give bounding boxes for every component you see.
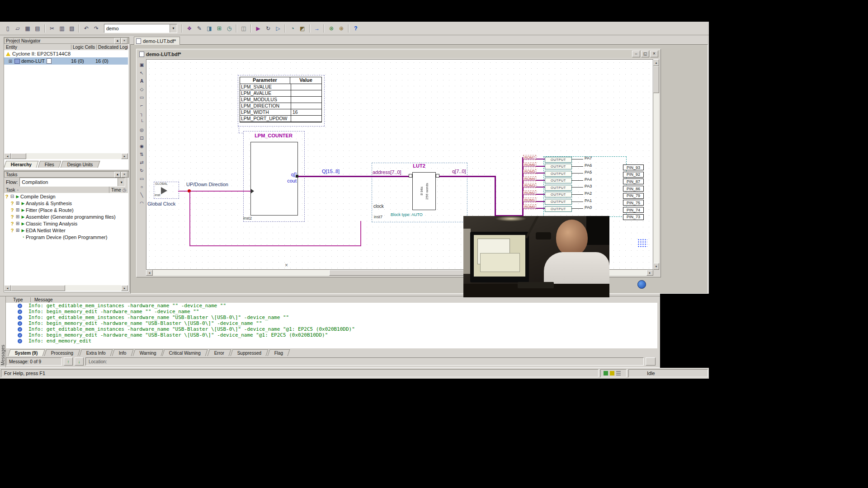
- collapse-panel-icon[interactable]: ▴: [114, 172, 121, 178]
- message-row[interactable]: i Info: get_editable_mem_instances -hard…: [6, 326, 657, 332]
- line-tool-icon[interactable]: ╲: [138, 191, 146, 199]
- task-row[interactable]: ? ⊞ ▶ Assembler (Generate programming fi…: [4, 213, 128, 220]
- message-text[interactable]: Info: get_editable_mem_instances -hardwa…: [28, 303, 226, 309]
- wire-clock-vertical[interactable]: [189, 192, 190, 246]
- scroll-down-icon[interactable]: ▾: [653, 263, 659, 270]
- lut-output-bus-label[interactable]: q[7..0]: [452, 169, 466, 174]
- flip-vertical-icon[interactable]: ⇅: [138, 150, 146, 158]
- column-task[interactable]: Task: [4, 188, 15, 192]
- column-time[interactable]: Time◷: [109, 187, 127, 193]
- task-run-icon[interactable]: ▶: [20, 221, 26, 226]
- task-row[interactable]: ? ⊞ ▶ Classic Timing Analysis: [4, 220, 128, 227]
- zoom-tool-icon[interactable]: ◎: [138, 126, 146, 134]
- output-pin-symbol[interactable]: OUTPUT: [545, 192, 572, 197]
- timing-analyzer-icon[interactable]: ◷: [225, 24, 234, 33]
- scroll-left-icon[interactable]: ◂: [4, 153, 11, 159]
- symbol-tool-icon[interactable]: ◇: [138, 85, 146, 93]
- message-filter-tab[interactable]: Processing: [44, 349, 80, 356]
- param-row[interactable]: LPM_DIRECTION: [240, 103, 321, 109]
- task-label[interactable]: Fitter (Place & Route): [26, 207, 74, 213]
- rom-net-label[interactable]: ROM5: [523, 169, 536, 174]
- message-filter-tab[interactable]: Suppressed: [230, 349, 268, 356]
- global-buffer-label[interactable]: GLOBAL: [155, 182, 168, 185]
- text-tool-icon[interactable]: A: [138, 77, 146, 85]
- output-pin-symbol[interactable]: OUTPUT: [545, 157, 572, 163]
- output-pin-symbol[interactable]: OUTPUT: [545, 164, 572, 169]
- pin-location-box[interactable]: PIN_74: [623, 207, 644, 213]
- pin-location-box[interactable]: PIN_73: [623, 214, 644, 220]
- counter-port-q[interactable]: q[]: [282, 172, 297, 177]
- param-row[interactable]: LPM_MODULUS: [240, 97, 321, 103]
- navigator-h-scrollbar[interactable]: ◂ ▸: [4, 153, 128, 159]
- param-name[interactable]: LPM_WIDTH: [240, 109, 291, 115]
- output-pin-symbol[interactable]: OUTPUT: [545, 185, 572, 191]
- tasks-tree[interactable]: ? ⊟ ▶ Compile Design ? ⊞ ▶ Analysis & Sy…: [4, 193, 128, 280]
- settings-icon[interactable]: ✎: [195, 24, 204, 33]
- full-screen-icon[interactable]: ⊡: [138, 134, 146, 142]
- collapse-panel-icon[interactable]: ▴: [114, 38, 121, 44]
- task-row[interactable]: ? ⊞ ▶ EDA Netlist Writer: [4, 227, 128, 234]
- bus-counter-to-lut[interactable]: [298, 176, 371, 177]
- lut-title[interactable]: LUT2: [372, 163, 467, 169]
- bus-lut-address[interactable]: [371, 176, 410, 177]
- arc-tool-icon[interactable]: ◠: [138, 199, 146, 207]
- assignments-icon[interactable]: ❖: [185, 24, 194, 33]
- task-run-icon[interactable]: ▶: [20, 201, 26, 206]
- rom-net-label[interactable]: ROM1: [523, 197, 536, 202]
- pin-location-box[interactable]: PIN_86: [623, 186, 644, 192]
- tab-hierarchy[interactable]: Hierarchy: [4, 161, 39, 168]
- global-instance-label[interactable]: inst: [155, 193, 160, 197]
- tree-expand-icon[interactable]: ⊞: [15, 201, 20, 206]
- messages-list[interactable]: i Info: get_editable_mem_instances -hard…: [6, 303, 657, 348]
- scrollbar-thumb[interactable]: [11, 285, 65, 291]
- column-entity[interactable]: Entity: [4, 45, 71, 50]
- message-row[interactable]: i Info: end_memory_edit: [6, 338, 657, 344]
- parameter-table[interactable]: Parameter Value LPM_SVALUE LPM_AVALUE LP…: [240, 77, 322, 122]
- param-value[interactable]: [291, 84, 321, 90]
- param-row[interactable]: LPM_WIDTH 16: [240, 109, 321, 116]
- entity-row-selected[interactable]: ⊞ demo-LUT 16 (0) 16 (0): [4, 57, 128, 65]
- message-filter-tab[interactable]: Info: [112, 349, 133, 356]
- counter-title[interactable]: LPM_COUNTER: [244, 133, 303, 138]
- project-name-combo[interactable]: demo ▾: [104, 24, 177, 33]
- scrollbar-thumb[interactable]: [653, 66, 659, 93]
- param-name[interactable]: LPM_DIRECTION: [240, 103, 291, 109]
- pin-location-box[interactable]: PIN_93: [623, 164, 644, 170]
- next-message-button[interactable]: ↓: [75, 357, 84, 366]
- message-filter-tab[interactable]: Error: [207, 349, 231, 356]
- task-label[interactable]: Assembler (Generate programming files): [26, 214, 116, 220]
- message-filter-tab[interactable]: Critical Warning: [162, 349, 208, 356]
- column-message[interactable]: Message: [30, 297, 53, 302]
- scroll-right-icon[interactable]: ▸: [646, 270, 653, 276]
- param-value[interactable]: 16: [291, 109, 321, 115]
- pin-name-label[interactable]: PA0: [585, 205, 592, 210]
- wire-clock-horizontal[interactable]: [189, 245, 361, 246]
- task-run-icon[interactable]: ◔: [20, 235, 26, 239]
- rom-net-label[interactable]: ROM3: [523, 183, 536, 188]
- tree-expand-icon[interactable]: ⊞: [8, 59, 13, 64]
- scroll-right-icon[interactable]: ▸: [121, 285, 128, 291]
- pin-name-label[interactable]: PA4: [585, 177, 592, 182]
- tab-design-units[interactable]: Design Units: [61, 161, 100, 168]
- convert-programming-files-icon[interactable]: ⊕: [337, 24, 346, 33]
- cut-icon[interactable]: ✂: [47, 24, 57, 33]
- close-icon[interactable]: ×: [650, 51, 658, 57]
- globe-icon[interactable]: [637, 280, 646, 289]
- scrollbar-thumb[interactable]: [11, 153, 26, 159]
- flip-horizontal-icon[interactable]: ⇄: [138, 159, 146, 166]
- rom-net-label[interactable]: ROM0: [523, 204, 536, 209]
- rom-net-label[interactable]: ROM2: [523, 190, 536, 195]
- lut-memory-symbol[interactable]: 8 bits 256 words: [412, 172, 436, 210]
- task-run-icon[interactable]: ▶: [20, 215, 26, 219]
- scroll-left-icon[interactable]: ◂: [4, 285, 11, 291]
- wire-clock-riser[interactable]: [360, 221, 361, 246]
- compilation-report-icon[interactable]: ◔: [288, 24, 297, 33]
- canvas-v-scrollbar[interactable]: ▴ ▾: [653, 59, 659, 270]
- param-name[interactable]: LPM_AVALUE: [240, 90, 291, 96]
- output-pin-symbol[interactable]: OUTPUT: [545, 206, 572, 212]
- pin-name-label[interactable]: PA7: [585, 156, 592, 160]
- pin-planner-icon[interactable]: ⊞: [215, 24, 224, 33]
- lut-address-label[interactable]: address[7..0]: [373, 169, 401, 175]
- param-row[interactable]: LPM_SVALUE: [240, 84, 321, 90]
- document-tab-label[interactable]: demo-LUT.bdf*: [143, 38, 176, 44]
